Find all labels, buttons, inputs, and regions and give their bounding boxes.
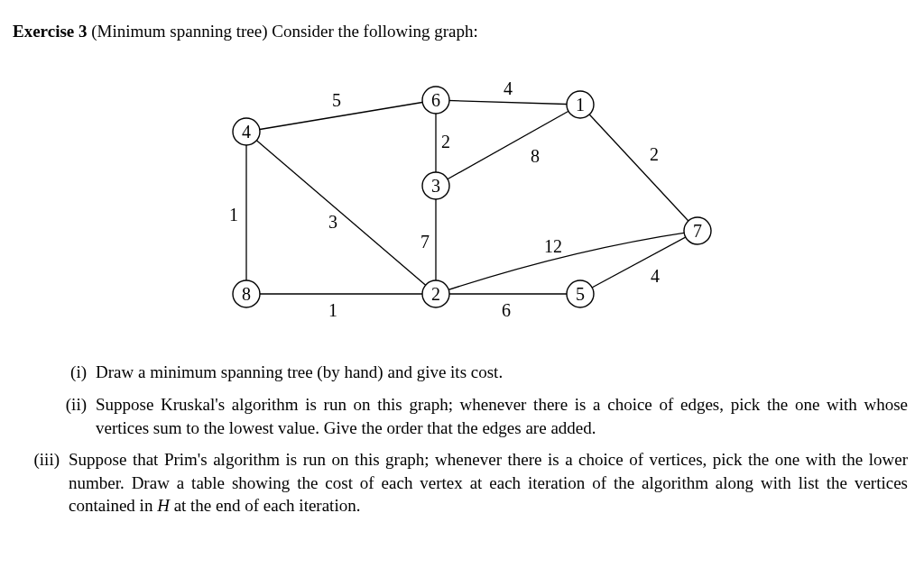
svg-text:6: 6	[431, 90, 440, 110]
weight-8-2: 1	[328, 300, 337, 320]
graph-figure: 5 4 2 2 8 1 3 7 12 4 1 6 4 6 1 7 5 2 8 3	[13, 60, 913, 336]
svg-text:1: 1	[576, 95, 585, 115]
exercise-paren: (Minimum spanning tree)	[91, 22, 267, 41]
weight-2-7: 12	[544, 236, 562, 256]
svg-text:8: 8	[242, 284, 251, 304]
weight-1-7: 2	[650, 144, 659, 164]
variable-H: H	[157, 496, 170, 515]
node-6: 6	[422, 87, 449, 114]
weight-4-6: 5	[332, 90, 341, 110]
question-text: Draw a minimum spanning tree (by hand) a…	[96, 361, 908, 384]
node-2: 2	[422, 280, 449, 307]
edge-4-2	[246, 132, 436, 294]
weight-3-1: 8	[531, 146, 540, 166]
node-3: 3	[422, 172, 449, 199]
graph-svg: 5 4 2 2 8 1 3 7 12 4 1 6 4 6 1 7 5 2 8 3	[192, 60, 734, 330]
exercise-number: Exercise 3	[13, 22, 88, 41]
question-i: (i) Draw a minimum spanning tree (by han…	[45, 361, 908, 384]
edge-6-1	[436, 100, 580, 105]
edge-4-6	[246, 100, 436, 132]
svg-text:5: 5	[576, 284, 585, 304]
weight-4-8: 1	[229, 205, 238, 224]
node-5: 5	[567, 280, 594, 307]
question-ii: (ii) Suppose Kruskal's algorithm is run …	[45, 393, 908, 439]
node-4: 4	[233, 118, 260, 145]
exercise-header: Exercise 3 (Minimum spanning tree) Consi…	[13, 20, 913, 43]
svg-text:3: 3	[431, 176, 440, 196]
questions-list: (i) Draw a minimum spanning tree (by han…	[45, 361, 908, 518]
weight-6-3: 2	[441, 132, 450, 151]
node-7: 7	[684, 217, 711, 244]
svg-text:7: 7	[693, 221, 702, 241]
svg-text:2: 2	[431, 284, 440, 304]
weight-5-7: 4	[651, 266, 660, 286]
weight-3-2: 7	[420, 232, 430, 252]
question-number: (ii)	[45, 393, 96, 417]
edge-1-7	[580, 105, 698, 231]
question-text: Suppose that Prim's algorithm is run on …	[69, 448, 908, 518]
exercise-prompt: Consider the following graph:	[272, 22, 478, 41]
edge-3-1	[436, 105, 580, 186]
weight-6-1: 4	[504, 78, 513, 98]
weight-4-2: 3	[328, 212, 337, 232]
weight-2-5: 6	[502, 300, 511, 320]
node-1: 1	[567, 91, 594, 118]
question-iii: (iii) Suppose that Prim's algorithm is r…	[16, 448, 908, 518]
question-text: Suppose Kruskal's algorithm is run on th…	[96, 393, 908, 439]
question-number: (i)	[45, 361, 96, 384]
question-number: (iii)	[16, 448, 69, 472]
svg-text:4: 4	[242, 122, 251, 142]
node-8: 8	[233, 280, 260, 307]
